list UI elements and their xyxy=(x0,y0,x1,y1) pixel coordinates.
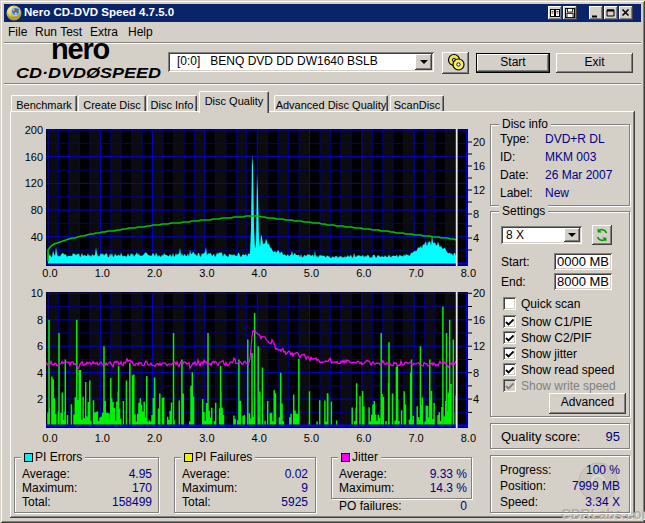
svg-text:5.0: 5.0 xyxy=(304,432,319,444)
svg-text:0.0: 0.0 xyxy=(42,432,57,444)
svg-text:6.0: 6.0 xyxy=(356,432,371,444)
svg-text:20: 20 xyxy=(473,287,485,299)
svg-text:1.0: 1.0 xyxy=(95,267,110,279)
svg-text:40: 40 xyxy=(31,231,43,243)
svg-text:8.0: 8.0 xyxy=(461,267,476,279)
svg-text:4: 4 xyxy=(473,393,479,405)
svg-text:7.0: 7.0 xyxy=(408,267,423,279)
svg-text:8: 8 xyxy=(37,314,43,326)
svg-text:2.0: 2.0 xyxy=(147,432,162,444)
svg-text:120: 120 xyxy=(25,177,43,189)
svg-text:4: 4 xyxy=(473,232,479,244)
svg-text:5.0: 5.0 xyxy=(304,267,319,279)
svg-text:3.0: 3.0 xyxy=(199,267,214,279)
svg-text:4.0: 4.0 xyxy=(252,267,267,279)
svg-text:200: 200 xyxy=(25,124,43,136)
svg-text:1.0: 1.0 xyxy=(95,432,110,444)
svg-text:10: 10 xyxy=(31,287,43,299)
svg-text:2: 2 xyxy=(37,393,43,405)
svg-text:160: 160 xyxy=(25,151,43,163)
svg-text:0.0: 0.0 xyxy=(42,267,57,279)
svg-text:12: 12 xyxy=(473,340,485,352)
svg-text:16: 16 xyxy=(473,160,485,172)
svg-text:6.0: 6.0 xyxy=(356,267,371,279)
svg-text:2.0: 2.0 xyxy=(147,267,162,279)
svg-text:7.0: 7.0 xyxy=(408,432,423,444)
svg-text:8: 8 xyxy=(473,367,479,379)
svg-text:4.0: 4.0 xyxy=(252,432,267,444)
svg-text:16: 16 xyxy=(473,314,485,326)
svg-text:20: 20 xyxy=(473,136,485,148)
svg-text:12: 12 xyxy=(473,184,485,196)
svg-text:80: 80 xyxy=(31,204,43,216)
svg-text:8: 8 xyxy=(473,208,479,220)
svg-text:6: 6 xyxy=(37,340,43,352)
svg-text:4: 4 xyxy=(37,367,43,379)
svg-text:3.0: 3.0 xyxy=(199,432,214,444)
svg-text:8.0: 8.0 xyxy=(461,432,476,444)
